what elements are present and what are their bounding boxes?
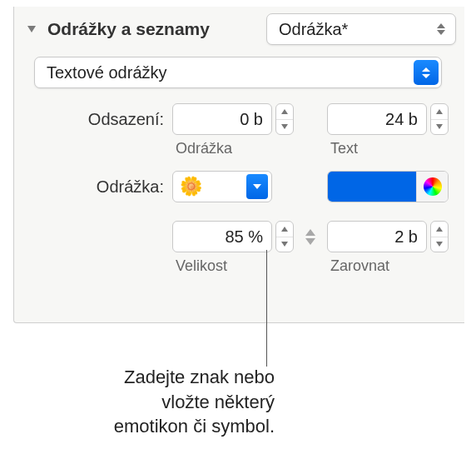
popup-button-cap-icon (414, 60, 439, 85)
section-title: Odrážky a seznamy (47, 19, 210, 39)
bullet-char-popup[interactable]: 🌼 (172, 171, 272, 202)
popup-arrows-icon (435, 23, 447, 35)
stepper-buttons[interactable] (275, 221, 294, 252)
bullet-label: Odrážka: (31, 177, 172, 197)
stepper-down-icon[interactable] (276, 237, 293, 252)
text-indent-stepper[interactable] (327, 103, 449, 135)
bullet-color-well[interactable] (327, 171, 449, 202)
text-indent-input[interactable] (327, 103, 427, 135)
stepper-down-icon[interactable] (431, 120, 448, 135)
align-arrows-icon (294, 229, 327, 245)
color-wheel-button[interactable] (416, 172, 448, 202)
size-input[interactable] (172, 221, 272, 252)
text-indent-sublabel: Text (327, 140, 449, 157)
bullet-indent-sublabel: Odrážka (172, 140, 294, 157)
stepper-up-icon[interactable] (276, 222, 293, 237)
disclosure-triangle-icon[interactable] (27, 26, 36, 32)
list-style-value: Odrážka* (279, 20, 348, 39)
align-stepper[interactable] (327, 221, 449, 252)
bullet-type-value: Textové odrážky (47, 63, 167, 82)
size-sublabel: Velikost (172, 257, 294, 275)
callout-text: Zadejte znak nebo vložte některý emotiko… (83, 365, 275, 439)
align-input[interactable] (327, 221, 427, 252)
list-style-popup[interactable]: Odrážka* (266, 13, 456, 45)
stepper-down-icon[interactable] (276, 120, 293, 135)
stepper-up-icon[interactable] (276, 104, 293, 120)
bullet-indent-input[interactable] (172, 103, 272, 135)
stepper-buttons[interactable] (430, 103, 449, 135)
dropdown-chevron-icon (246, 174, 268, 199)
callout-leader-line (266, 250, 267, 367)
size-stepper[interactable] (172, 221, 294, 252)
stepper-up-icon[interactable] (431, 222, 448, 237)
color-wheel-icon (424, 177, 442, 196)
flower-icon: 🌼 (180, 177, 202, 196)
stepper-buttons[interactable] (430, 221, 449, 252)
stepper-down-icon[interactable] (431, 237, 448, 252)
controls-grid: Odsazení: Odrážka Text Odrážka: 🌼 (31, 103, 448, 285)
stepper-up-icon[interactable] (431, 104, 448, 120)
section-header-row: Odrážky a seznamy Odrážka* (22, 13, 456, 45)
bullet-type-popup[interactable]: Textové odrážky (34, 57, 442, 88)
bullet-indent-stepper[interactable] (172, 103, 294, 135)
bullets-lists-panel: Odrážky a seznamy Odrážka* Textové odráž… (13, 7, 464, 323)
stepper-buttons[interactable] (275, 103, 294, 135)
color-swatch[interactable] (328, 172, 416, 202)
indent-label: Odsazení: (31, 110, 172, 129)
align-sublabel: Zarovnat (327, 257, 449, 275)
